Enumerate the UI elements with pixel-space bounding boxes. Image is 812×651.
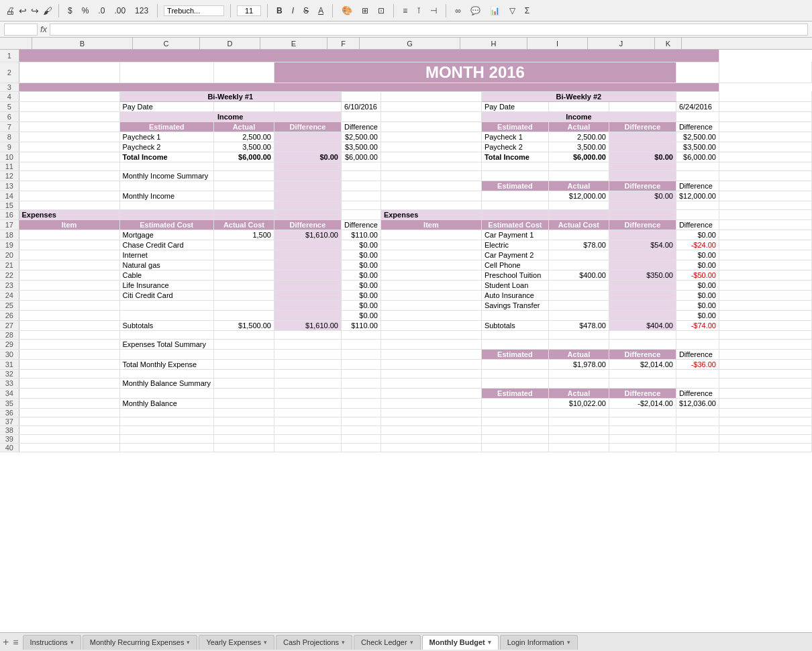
cell-r38-c2[interactable] bbox=[213, 425, 274, 434]
cell-r16-c0[interactable]: Expenses bbox=[19, 209, 119, 219]
cell-r29-c5[interactable] bbox=[380, 339, 481, 349]
cell-r23-c5[interactable] bbox=[380, 280, 481, 290]
cell-r12-c2[interactable] bbox=[213, 170, 274, 181]
cell-r2-c3[interactable]: MONTH 2016 bbox=[274, 62, 676, 83]
link-btn[interactable]: ∞ bbox=[452, 5, 464, 16]
cell-r22-c9[interactable]: -$50.00 bbox=[676, 270, 719, 280]
cell-r19-c2[interactable] bbox=[213, 240, 274, 250]
currency-btn[interactable]: $ bbox=[65, 5, 75, 16]
cell-r2-c10[interactable] bbox=[719, 62, 811, 83]
cell-r28-c8[interactable] bbox=[609, 330, 676, 339]
cell-r26-c3[interactable] bbox=[274, 310, 341, 320]
cell-r25-c4[interactable]: $0.00 bbox=[341, 300, 380, 310]
cell-r20-c4[interactable]: $0.00 bbox=[341, 250, 380, 260]
cell-r9-c7[interactable]: 3,500.00 bbox=[548, 142, 609, 152]
cell-r10-c6[interactable]: Total Income bbox=[481, 152, 548, 162]
cell-r20-c8[interactable] bbox=[609, 250, 676, 260]
cell-r13-c9[interactable]: Difference bbox=[676, 181, 719, 191]
cell-r31-c3[interactable] bbox=[274, 359, 341, 369]
cell-r14-c2[interactable] bbox=[213, 191, 274, 201]
percent-btn[interactable]: % bbox=[79, 5, 92, 16]
cell-r15-c2[interactable] bbox=[213, 201, 274, 209]
cell-r26-c5[interactable] bbox=[380, 310, 481, 320]
cell-r14-c0[interactable] bbox=[19, 191, 119, 201]
cell-r31-c2[interactable] bbox=[213, 359, 274, 369]
comment-btn[interactable]: 💬 bbox=[468, 5, 483, 16]
cell-r37-c2[interactable] bbox=[213, 417, 274, 425]
cell-r16-c9[interactable] bbox=[676, 209, 719, 219]
cell-r14-c7[interactable]: $12,000.00 bbox=[548, 191, 609, 201]
cell-r12-c9[interactable] bbox=[676, 170, 719, 181]
cell-r19-c4[interactable]: $0.00 bbox=[341, 240, 380, 250]
cell-r15-c4[interactable] bbox=[341, 201, 380, 209]
cell-r21-c0[interactable] bbox=[19, 260, 119, 270]
cell-r10-c4[interactable]: $6,000.00 bbox=[341, 152, 380, 162]
cell-r13-c10[interactable] bbox=[719, 181, 811, 191]
cell-r24-c2[interactable] bbox=[213, 290, 274, 300]
col-header-e[interactable]: E bbox=[260, 38, 327, 49]
tab-instructions[interactable]: Instructions ▾ bbox=[23, 635, 81, 650]
chart-btn[interactable]: 📊 bbox=[487, 5, 503, 16]
cell-r11-c10[interactable] bbox=[719, 162, 811, 170]
cell-r15-c3[interactable] bbox=[274, 201, 341, 209]
cell-r14-c1[interactable]: Monthly Income bbox=[119, 191, 213, 201]
cell-r36-c5[interactable] bbox=[380, 408, 481, 417]
cell-r10-c0[interactable] bbox=[19, 152, 119, 162]
cell-r28-c5[interactable] bbox=[380, 330, 481, 339]
cell-r9-c8[interactable] bbox=[609, 142, 676, 152]
cell-r17-c6[interactable]: Estimated Cost bbox=[481, 219, 548, 230]
cell-r20-c10[interactable] bbox=[719, 250, 811, 260]
cell-r24-c3[interactable] bbox=[274, 290, 341, 300]
cell-r22-c1[interactable]: Cable bbox=[119, 270, 213, 280]
italic-btn[interactable]: I bbox=[289, 5, 297, 16]
cell-r22-c5[interactable] bbox=[380, 270, 481, 280]
cell-r16-c2[interactable] bbox=[213, 209, 274, 219]
cell-r35-c9[interactable]: $12,036.00 bbox=[676, 398, 719, 408]
cell-r8-c6[interactable]: Paycheck 1 bbox=[481, 132, 548, 142]
strikethrough-btn[interactable]: S bbox=[301, 5, 311, 16]
cell-r13-c3[interactable] bbox=[274, 181, 341, 191]
cell-r38-c4[interactable] bbox=[341, 425, 380, 434]
cell-r9-c3[interactable] bbox=[274, 142, 341, 152]
cell-r10-c3[interactable]: $0.00 bbox=[274, 152, 341, 162]
cell-r18-c2[interactable]: 1,500 bbox=[213, 230, 274, 240]
cell-r2-c1[interactable] bbox=[119, 62, 213, 83]
cell-r27-c3[interactable]: $1,610.00 bbox=[274, 320, 341, 330]
cell-r5-c5[interactable] bbox=[380, 101, 481, 111]
cell-r35-c6[interactable] bbox=[481, 398, 548, 408]
cell-r28-c2[interactable] bbox=[213, 330, 274, 339]
cell-r29-c2[interactable] bbox=[213, 339, 274, 349]
align-left-btn[interactable]: ≡ bbox=[400, 5, 410, 16]
cell-r32-c2[interactable] bbox=[213, 369, 274, 378]
cell-r23-c6[interactable]: Student Loan bbox=[481, 280, 548, 290]
cell-r39-c2[interactable] bbox=[213, 434, 274, 443]
cell-r33-c7[interactable] bbox=[548, 378, 609, 388]
cell-r21-c10[interactable] bbox=[719, 260, 811, 270]
cell-r22-c8[interactable]: $350.00 bbox=[609, 270, 676, 280]
col-header-j[interactable]: J bbox=[588, 38, 655, 49]
cell-r36-c1[interactable] bbox=[119, 408, 213, 417]
decimal00-btn[interactable]: .00 bbox=[111, 5, 128, 16]
cell-r5-c10[interactable] bbox=[719, 101, 811, 111]
cell-r6-c9[interactable] bbox=[676, 111, 719, 121]
cell-r27-c4[interactable]: $110.00 bbox=[341, 320, 380, 330]
cell-r35-c0[interactable] bbox=[19, 398, 119, 408]
cell-r19-c9[interactable]: -$24.00 bbox=[676, 240, 719, 250]
cell-r30-c5[interactable] bbox=[380, 349, 481, 359]
cell-r31-c1[interactable]: Total Monthly Expense bbox=[119, 359, 213, 369]
cell-r34-c8[interactable]: Difference bbox=[609, 388, 676, 398]
cell-r23-c3[interactable] bbox=[274, 280, 341, 290]
cell-r31-c0[interactable] bbox=[19, 359, 119, 369]
cell-r38-c3[interactable] bbox=[274, 425, 341, 434]
tab-monthly-budget[interactable]: Monthly Budget ▾ bbox=[422, 635, 499, 650]
cell-r26-c1[interactable] bbox=[119, 310, 213, 320]
cell-r36-c6[interactable] bbox=[481, 408, 548, 417]
cell-r17-c9[interactable]: Difference bbox=[676, 219, 719, 230]
cell-r17-c10[interactable] bbox=[719, 219, 811, 230]
cell-r17-c1[interactable]: Estimated Cost bbox=[119, 219, 213, 230]
cell-r5-c6[interactable]: Pay Date bbox=[481, 101, 548, 111]
cell-r30-c3[interactable] bbox=[274, 349, 341, 359]
cell-r19-c0[interactable] bbox=[19, 240, 119, 250]
cell-r21-c5[interactable] bbox=[380, 260, 481, 270]
cell-r18-c6[interactable]: Car Payment 1 bbox=[481, 230, 548, 240]
